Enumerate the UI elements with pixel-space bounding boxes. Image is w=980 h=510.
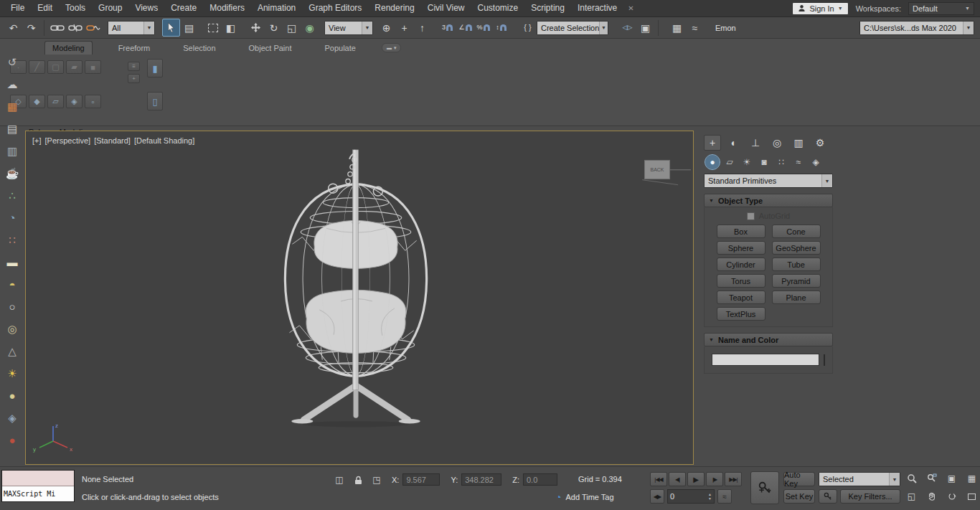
zoom-extents-all-button[interactable]: ▦ xyxy=(963,471,980,486)
menu-file[interactable]: File xyxy=(4,0,31,16)
material-button[interactable]: ● xyxy=(3,431,22,448)
bind-spacewarp-button[interactable] xyxy=(84,19,102,37)
disc-button[interactable]: ◎ xyxy=(3,320,22,337)
keyboard-override-toggle[interactable]: ↑ xyxy=(413,19,431,37)
viewport[interactable]: [+] [Perspective] [Standard] [Default Sh… xyxy=(25,131,694,465)
unlink-button[interactable] xyxy=(66,19,84,37)
align-button[interactable]: ▣ xyxy=(636,19,654,37)
percent-snap-toggle[interactable]: % xyxy=(474,19,492,37)
menu-interactive[interactable]: Interactive xyxy=(571,0,623,16)
menu-grip-icon[interactable]: ✕ xyxy=(623,4,638,12)
geometry-category-button[interactable]: ● xyxy=(705,155,720,169)
select-link-button[interactable] xyxy=(48,19,66,37)
pin-stack-button-2[interactable]: + xyxy=(128,74,140,83)
key-filters-key-button[interactable] xyxy=(819,489,837,504)
use-pivot-center-button[interactable]: ⊕ xyxy=(377,19,395,37)
viewcube[interactable]: BACK xyxy=(644,160,670,179)
select-and-manipulate-button[interactable]: + xyxy=(395,19,413,37)
generate-topology-button[interactable]: ▯ xyxy=(147,92,163,110)
curve-editor-button[interactable]: ≈ xyxy=(686,19,704,37)
sign-in-button[interactable]: Sign In ▼ xyxy=(792,2,848,15)
menu-edit[interactable]: Edit xyxy=(31,0,59,16)
redo-button[interactable]: ↷ xyxy=(22,19,40,37)
viewport-renderer-menu[interactable]: [Standard] xyxy=(94,136,131,145)
autogrid-checkbox[interactable] xyxy=(747,212,755,220)
primitive-category-dropdown[interactable]: Standard Primitives ▼ xyxy=(704,174,833,188)
mini-curve-editor-button[interactable]: ≈ xyxy=(717,489,732,504)
workspaces-dropdown[interactable]: Default ▼ xyxy=(908,2,974,15)
viewport-pov-menu[interactable]: [Perspective] xyxy=(45,136,91,145)
sheet-button[interactable]: ▥ xyxy=(3,142,22,159)
menu-rendering[interactable]: Rendering xyxy=(368,0,420,16)
play-animation-button[interactable]: ▶ xyxy=(687,472,705,486)
create-tab[interactable]: + xyxy=(704,135,721,151)
set-keys-button[interactable] xyxy=(750,471,779,504)
go-to-end-button[interactable]: ▶▶| xyxy=(725,472,742,486)
zoom-button[interactable] xyxy=(903,471,920,486)
box-button[interactable]: Box xyxy=(717,225,765,238)
sun-button[interactable]: ☀ xyxy=(3,364,22,382)
toggle-scene-explorer-button[interactable]: ▦ xyxy=(668,19,686,37)
modeling-tool-button-4[interactable]: ◈ xyxy=(66,95,83,108)
dome-button[interactable]: ◓ xyxy=(3,275,22,293)
modeling-tool-button-3[interactable]: ▱ xyxy=(47,95,64,108)
tube-button[interactable]: Tube xyxy=(772,258,821,271)
object-name-input[interactable] xyxy=(712,354,819,366)
ribbon-display-toggle[interactable]: ▬ ▾ xyxy=(382,43,402,52)
mirror-button[interactable]: ◁▷ xyxy=(618,19,636,37)
spacewarps-category-button[interactable]: ≈ xyxy=(791,155,806,169)
cone-button[interactable]: Cone xyxy=(772,225,821,238)
next-frame-button[interactable]: |▶ xyxy=(706,472,723,486)
key-mode-toggle[interactable]: ◀▶ xyxy=(650,489,664,504)
rectangular-selection-region-button[interactable] xyxy=(204,19,222,37)
teapot-button[interactable]: ☕ xyxy=(3,164,22,181)
maximize-viewport-toggle[interactable] xyxy=(963,488,980,504)
reference-coordinate-dropdown[interactable]: View ▼ xyxy=(324,21,373,35)
viewport-general-menu[interactable]: [+] xyxy=(32,136,42,145)
select-and-place-button[interactable]: ◉ xyxy=(301,19,319,37)
name-color-rollout-header[interactable]: ▼ Name and Color xyxy=(704,333,833,346)
menu-graph-editors[interactable]: Graph Editors xyxy=(302,0,368,16)
polygon-mode-button[interactable]: ▰ xyxy=(66,60,83,74)
systems-category-button[interactable]: ◈ xyxy=(809,155,823,169)
menu-modifiers[interactable]: Modifiers xyxy=(203,0,251,16)
geosphere-button[interactable]: ● xyxy=(3,387,22,404)
frame-spinner[interactable]: ▲ ▼ xyxy=(708,493,712,501)
display-tab[interactable]: ▥ xyxy=(790,135,807,151)
sphere-swirl-button[interactable]: ◔ xyxy=(3,209,22,226)
menu-views[interactable]: Views xyxy=(128,0,164,16)
select-by-name-button[interactable]: ▤ xyxy=(180,19,198,37)
plane-button[interactable]: Plane xyxy=(772,291,821,304)
pyramid-button[interactable]: △ xyxy=(3,342,22,359)
edit-named-selection-sets-button[interactable]: { } xyxy=(519,19,537,37)
edge-mode-button[interactable]: ╱ xyxy=(29,60,45,74)
menu-tools[interactable]: Tools xyxy=(59,0,92,16)
shapes-category-button[interactable]: ▱ xyxy=(722,155,737,169)
ribbon-tab-modeling[interactable]: Modeling xyxy=(44,41,93,55)
select-and-move-button[interactable] xyxy=(247,19,265,37)
torus-button[interactable]: Torus xyxy=(717,274,765,288)
object-color-swatch[interactable] xyxy=(824,354,825,366)
previous-frame-button[interactable]: ◀| xyxy=(669,472,686,486)
selection-filter-dropdown[interactable]: All ▼ xyxy=(108,21,155,35)
select-and-scale-button[interactable]: ◱ xyxy=(283,19,301,37)
set-key-filter-dropdown[interactable]: Selected ▼ xyxy=(819,472,900,486)
border-mode-button[interactable]: ▢ xyxy=(47,60,64,74)
color-dots-button[interactable]: ∷ xyxy=(3,231,22,248)
element-mode-button[interactable]: ■ xyxy=(85,60,101,74)
pyramid-button[interactable]: Pyramid xyxy=(772,274,821,288)
pan-view-button[interactable] xyxy=(923,488,941,504)
y-coordinate-field[interactable]: 348.282 xyxy=(461,473,501,486)
named-selection-set-dropdown[interactable]: Create Selection Se ▼ xyxy=(537,21,608,35)
current-frame-field[interactable]: 0 ▲ ▼ xyxy=(667,489,715,504)
teapot-button[interactable]: Teapot xyxy=(717,291,765,304)
zoom-all-button[interactable] xyxy=(923,471,941,486)
modeling-tool-button-2[interactable]: ◆ xyxy=(29,95,45,108)
viewport-canvas[interactable] xyxy=(26,131,693,464)
cloud-button[interactable]: ☁ xyxy=(3,75,22,93)
add-time-tag-row[interactable]: ◔ Add Time Tag xyxy=(555,491,614,503)
ribbon-tab-selection[interactable]: Selection xyxy=(176,42,222,55)
window-crossing-toggle[interactable]: ◧ xyxy=(222,19,240,37)
absolute-mode-toggle[interactable]: ◳ xyxy=(369,473,385,487)
lights-category-button[interactable]: ☀ xyxy=(740,155,754,169)
